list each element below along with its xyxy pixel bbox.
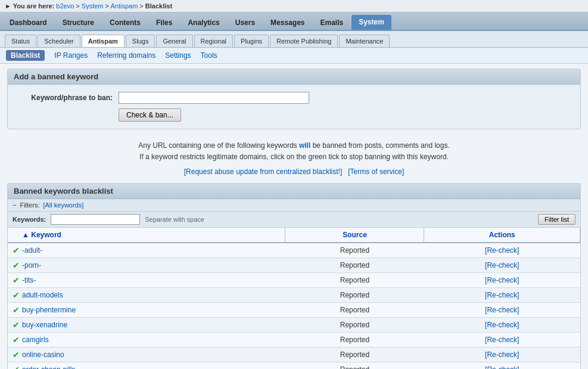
breadcrumb-b2evo[interactable]: b2evo [56,2,74,10]
action-cell: [Re-check] [424,347,580,362]
blacklist-title: Banned keywords blacklist [8,184,580,199]
action-cell: [Re-check] [424,243,580,258]
nav-emails[interactable]: Emails [313,15,350,30]
recheck-link[interactable]: [Re-check] [485,261,519,269]
recheck-link[interactable]: [Re-check] [485,291,519,299]
check-icon[interactable]: ✔ [13,275,20,285]
tab-status[interactable]: Status [5,35,36,47]
nav-messages[interactable]: Messages [263,15,312,30]
blacklist-section: Banned keywords blacklist − Filters: [Al… [7,183,581,369]
tab-slugs[interactable]: Slugs [126,35,155,47]
recheck-link[interactable]: [Re-check] [485,276,519,284]
keyword-link[interactable]: buy-phentermine [22,306,76,314]
breadcrumb-bar: ► You are here: b2evo > System > Antispa… [0,0,588,13]
keyword-link[interactable]: order-cheap-pills [22,365,75,369]
keywords-filter-label: Keywords: [13,216,46,223]
check-icon[interactable]: ✔ [13,335,20,345]
keyword-cell: ✔ online-casino [8,347,285,362]
antispam-nav-referring-domains[interactable]: Referring domains [97,51,155,60]
request-update-link[interactable]: [Request abuse update from centralized b… [184,168,342,176]
recheck-link[interactable]: [Re-check] [485,246,519,255]
keyword-link[interactable]: -tits- [22,276,36,284]
source-cell: Reported [285,287,424,302]
antispam-nav-ip-ranges[interactable]: IP Ranges [54,51,88,60]
keyword-cell: ✔ -porn- [8,258,285,272]
breadcrumb-system[interactable]: System [82,2,104,10]
table-row: ✔ camgirls Reported[Re-check] [8,332,580,347]
table-header-row: ▲ Keyword Source Actions [8,228,580,243]
check-icon[interactable]: ✔ [13,350,20,359]
recheck-link[interactable]: [Re-check] [485,306,519,314]
table-row: ✔ online-casino Reported[Re-check] [8,347,580,362]
nav-structure[interactable]: Structure [55,15,101,30]
check-icon[interactable]: ✔ [13,290,20,300]
nav-analytics[interactable]: Analytics [181,15,226,30]
antispam-nav-tools[interactable]: Tools [201,51,217,60]
info-links: [Request abuse update from centralized b… [19,166,569,178]
sub-tabs: Status Scheduler Antispam Slugs General … [0,31,588,48]
check-icon[interactable]: ✔ [13,261,20,270]
source-cell: Reported [285,362,424,369]
antispam-nav-blacklist[interactable]: Blacklist [6,50,45,61]
col-source: Source [285,228,424,243]
keyword-link[interactable]: camgirls [22,336,49,344]
tab-plugins[interactable]: Plugins [234,35,269,47]
all-keywords-link[interactable]: [All keywords] [43,201,83,209]
terms-of-service-link[interactable]: [Terms of service] [348,168,404,176]
check-icon[interactable]: ✔ [13,320,20,330]
check-ban-button[interactable]: Check & ban... [119,108,181,122]
info-line2: If a keyword restricts legitimate domain… [19,151,569,163]
action-cell: [Re-check] [424,302,580,317]
check-icon[interactable]: ✔ [13,246,20,255]
keywords-filter-input[interactable] [51,214,140,225]
sort-icon[interactable]: ▲ [22,231,29,239]
tab-antispam[interactable]: Antispam [82,35,125,47]
recheck-link[interactable]: [Re-check] [485,336,519,344]
action-cell: [Re-check] [424,332,580,347]
add-keyword-section: Add a banned keyword Keyword/phrase to b… [7,69,581,129]
table-row: ✔ adult-models Reported[Re-check] [8,287,580,302]
table-row: ✔ order-cheap-pills Reported[Re-check] [8,362,580,369]
tab-maintenance[interactable]: Maintenance [339,35,390,47]
keyword-input[interactable] [119,92,309,104]
tab-regional[interactable]: Regional [194,35,233,47]
keyword-form-row: Keyword/phrase to ban: [17,92,571,104]
antispam-nav: Blacklist IP Ranges Referring domains Se… [0,48,588,64]
keyword-link[interactable]: -porn- [22,261,41,269]
breadcrumb-antispam[interactable]: Antispam [110,2,138,10]
check-icon[interactable]: ✔ [13,305,20,315]
tab-remote-publishing[interactable]: Remote Publishing [270,35,338,47]
antispam-nav-settings[interactable]: Settings [165,51,191,60]
keyword-link[interactable]: buy-xenadrine [22,321,67,329]
nav-users[interactable]: Users [228,15,262,30]
nav-dashboard[interactable]: Dashboard [2,15,54,30]
keyword-link[interactable]: adult-models [22,291,63,299]
check-icon[interactable]: ✔ [13,365,20,369]
recheck-link[interactable]: [Re-check] [485,351,519,359]
tab-general[interactable]: General [156,35,192,47]
nav-files[interactable]: Files [149,15,179,30]
source-col-label: Source [343,231,367,239]
action-cell: [Re-check] [424,317,580,332]
source-cell: Reported [285,347,424,362]
nav-system[interactable]: System [351,15,391,30]
info-line1: Any URL containing one of the following … [19,140,569,151]
source-cell: Reported [285,332,424,347]
recheck-link[interactable]: [Re-check] [485,365,519,369]
keyword-link[interactable]: online-casino [22,351,64,359]
keyword-cell: ✔ order-cheap-pills [8,362,285,369]
action-cell: [Re-check] [424,287,580,302]
filter-list-button[interactable]: Filter list [538,214,575,225]
info-text: Any URL containing one of the following … [7,135,581,183]
filter-collapse-icon[interactable]: − [13,201,16,209]
keyword-cell: ✔ camgirls [8,332,285,347]
main-nav: Dashboard Structure Contents Files Analy… [0,13,588,31]
tab-scheduler[interactable]: Scheduler [38,35,80,47]
keyword-label: Keyword/phrase to ban: [17,94,119,102]
keyword-link[interactable]: -adult- [22,246,42,255]
nav-contents[interactable]: Contents [102,15,148,30]
separate-hint: Separate with space [145,216,204,223]
table-row: ✔ -adult- Reported[Re-check] [8,243,580,258]
recheck-link[interactable]: [Re-check] [485,321,519,329]
keywords-filter-row: Keywords: Separate with space Filter lis… [8,212,580,228]
